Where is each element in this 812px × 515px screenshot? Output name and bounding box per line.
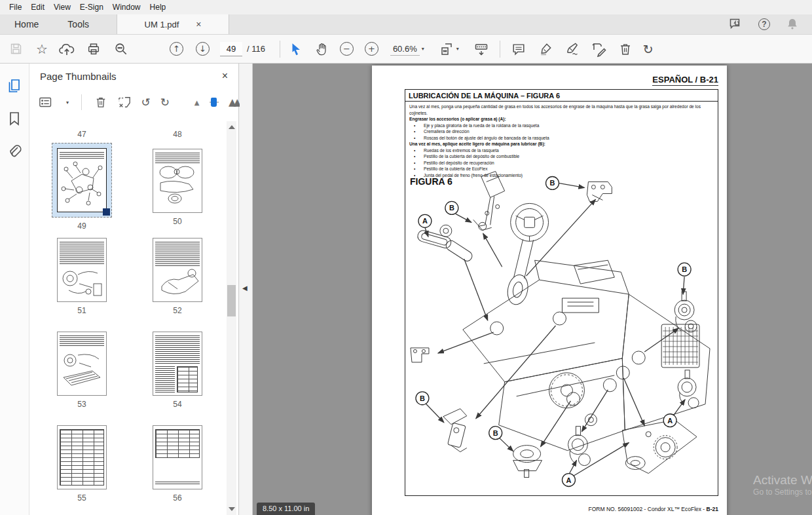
panel-splitter[interactable]: ◀ [240,64,253,515]
oil-item: Pestillo del depósito de recuperación [409,160,714,166]
navigation-rail [0,64,29,515]
zoom-level-value[interactable]: 60.6% [390,43,420,56]
watermark-line1: Activate Windows [753,473,812,487]
help-icon[interactable]: ? [758,18,770,30]
page-thumbnails-panel-icon[interactable] [7,78,22,94]
callout-b: B [550,179,555,187]
feedback-icon[interactable] [728,16,744,32]
menu-window[interactable]: Window [108,3,145,12]
sign-pen-icon[interactable] [564,41,580,57]
thumbnail-options-caret-icon[interactable]: ▾ [66,100,69,105]
zoom-in-thumbnails-icon[interactable]: ▲▲ [229,96,238,108]
thumb-label-53[interactable]: 53 [77,400,86,409]
oil-item: Pestillo de la cubierta del depósito de … [409,153,714,160]
insert-page-icon[interactable] [117,94,132,110]
scrollbar-up-arrow-icon[interactable] [229,125,235,129]
section-title: LUBRICACIÓN DE LA MÁQUINA – FIGURA 6 [405,90,718,102]
zoom-out-thumbnails-icon[interactable]: ▲ [194,99,200,106]
menu-esign[interactable]: E-Sign [75,3,108,12]
delete-pages-icon[interactable] [618,41,633,57]
print-icon[interactable] [86,41,101,57]
main-area: Page Thumbnails × ▾ [0,64,812,515]
previous-page-icon[interactable]: ↑ [170,42,183,56]
scrollbar-down-arrow-icon[interactable] [229,507,235,511]
tab-home[interactable]: Home [0,14,53,34]
bookmarks-panel-icon[interactable] [7,111,22,126]
thumb-label-50[interactable]: 50 [173,217,181,226]
acrobat-window: File Edit View E-Sign Window Help Home T… [0,0,812,515]
thumb-label-54[interactable]: 54 [173,400,181,409]
notifications-bell-icon[interactable] [784,16,800,32]
thumb-label-47[interactable]: 47 [77,130,86,139]
content-box: LUBRICACIÓN DE LA MÁQUINA – FIGURA 6 Una… [405,89,718,496]
thumb-label-48[interactable]: 48 [173,130,181,139]
select-tool-icon[interactable] [288,41,304,57]
menu-file[interactable]: File [5,3,26,12]
menu-edit[interactable]: Edit [26,3,49,12]
attachments-panel-icon[interactable] [7,143,22,159]
oil-heading: Una vez al mes, aplique aceite ligero de… [409,141,714,147]
thumbnail-page-50[interactable] [153,149,202,213]
page-size-tooltip: 8.50 x 11.00 in [257,503,315,515]
rotate-pages-icon[interactable]: ↻ [643,42,654,56]
slider-handle[interactable] [211,98,217,107]
menu-help[interactable]: Help [145,3,171,12]
rotate-counterclockwise-icon[interactable]: ↺ [141,96,151,109]
oil-item: Ruedas de los extremos de la rasqueta [409,147,714,154]
next-page-icon[interactable]: ↓ [196,42,210,56]
tabbar-spacer [229,14,728,34]
callout-a: A [422,217,428,225]
menu-view[interactable]: View [49,3,75,12]
save-icon[interactable] [8,41,24,57]
zoom-dropdown-caret-icon[interactable]: ▾ [422,46,424,52]
highlight-icon[interactable] [538,41,554,57]
thumbnail-page-55[interactable] [57,425,107,489]
thumb-label-49[interactable]: 49 [77,221,86,231]
zoom-in-icon[interactable]: + [365,42,378,56]
thumb-label-56[interactable]: 56 [173,493,181,503]
close-document-icon[interactable]: × [196,19,201,29]
thumbnail-page-49-selected[interactable] [52,143,112,218]
collapse-panel-icon[interactable]: ◀ [242,284,248,292]
menu-bar: File Edit View E-Sign Window Help [0,0,812,14]
grease-item: Roscas del botón de ajuste del ángulo de… [409,135,714,142]
panel-close-icon[interactable]: × [222,70,228,82]
thumbnail-page-53[interactable] [57,332,107,396]
rotate-clockwise-icon[interactable]: ↻ [160,96,170,109]
thumbnails-scrollbar[interactable] [227,121,236,515]
hand-tool-icon[interactable] [314,41,330,57]
fit-dropdown-caret-icon[interactable]: ▾ [456,46,459,52]
search-icon[interactable] [113,41,129,57]
document-view[interactable]: ESPAÑOL / B-21 LUBRICACIÓN DE LA MÁQUINA… [253,64,812,515]
tab-tools[interactable]: Tools [53,14,103,34]
thumbnail-page-54[interactable] [153,332,202,396]
callout-b: B [682,265,687,273]
pdf-page: ESPAÑOL / B-21 LUBRICACIÓN DE LA MÁQUINA… [372,66,727,515]
page-number-input[interactable] [220,42,242,56]
fit-width-icon[interactable] [439,41,454,57]
thumbnail-options-icon[interactable] [39,94,54,110]
thumb-label-51[interactable]: 51 [77,306,86,315]
scrollbar-thumb[interactable] [227,285,236,316]
selection-corner-marker [103,208,110,216]
add-comment-icon[interactable] [511,41,526,57]
thumbnail-page-52[interactable] [153,238,202,302]
tab-bar: Home Tools UM 1.pdf × ? [0,14,812,35]
page-scrolling-icon[interactable] [473,41,489,57]
fill-and-sign-icon[interactable] [591,41,606,57]
page-footer: FORM NO. 56091002 - Condor XL™ EcoFlex -… [589,506,718,512]
thumbnail-size-slider[interactable] [210,98,219,107]
star-favorite-icon[interactable]: ☆ [36,41,48,57]
thumbnail-page-51[interactable] [57,238,107,302]
thumb-label-55[interactable]: 55 [77,493,86,503]
titlebar-actions: ? [728,14,812,34]
thumbnail-page-56[interactable] [153,425,202,489]
thumb-label-52[interactable]: 52 [173,306,181,315]
tab-document[interactable]: UM 1.pdf × [117,14,229,34]
thumbnails-toolbar: ▾ ↺ ↻ ▲ ▲▲ [29,88,238,116]
activate-windows-watermark: Activate Windows Go to Settings to activ… [753,473,812,497]
zoom-out-icon[interactable]: − [340,42,354,56]
cloud-upload-icon[interactable] [59,41,75,57]
delete-page-icon[interactable] [94,94,107,110]
callout-a: A [566,476,572,484]
